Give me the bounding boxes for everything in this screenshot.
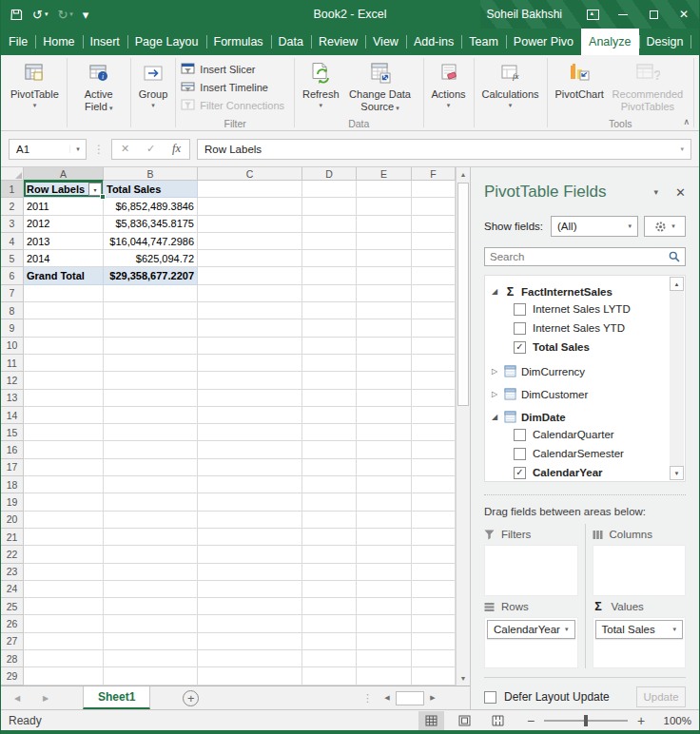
cell-D12[interactable]: [302, 372, 357, 389]
field-list-scrollbar[interactable]: ▲▼: [670, 277, 684, 480]
cell-F9[interactable]: [412, 319, 456, 337]
cell-D20[interactable]: [302, 512, 357, 529]
cell-F7[interactable]: [412, 285, 456, 302]
cell-B10[interactable]: [104, 338, 198, 355]
row-header-29[interactable]: 29: [1, 667, 24, 685]
cell-C3[interactable]: [198, 216, 302, 233]
expand-formula-bar-icon[interactable]: ▾: [680, 145, 684, 153]
search-input[interactable]: Search: [484, 247, 686, 266]
tab-analyze[interactable]: Analyze: [581, 29, 638, 55]
column-header-C[interactable]: C: [198, 167, 302, 181]
cell-A29[interactable]: [24, 667, 104, 685]
collapse-ribbon-button[interactable]: ∧: [683, 117, 690, 126]
cell-D24[interactable]: [302, 581, 357, 598]
cell-B27[interactable]: [104, 633, 198, 650]
undo-button[interactable]: ↺ ▾: [32, 8, 48, 22]
cell-D14[interactable]: [302, 407, 357, 424]
cell-C8[interactable]: [198, 302, 302, 319]
cell-B23[interactable]: [104, 564, 198, 581]
column-header-D[interactable]: D: [302, 167, 357, 181]
pane-close-button[interactable]: ✕: [675, 185, 686, 200]
cell-F29[interactable]: [412, 667, 456, 685]
zoom-out-button[interactable]: −: [520, 713, 541, 728]
prev-sheet-button[interactable]: ◀: [9, 686, 26, 709]
normal-view-button[interactable]: [418, 711, 444, 730]
cell-F19[interactable]: [412, 493, 456, 511]
cell-F11[interactable]: [412, 355, 456, 372]
tab-bar-grip[interactable]: ⋮: [362, 692, 373, 705]
expand-tree-icon[interactable]: ▷: [490, 390, 499, 398]
cell-B16[interactable]: [104, 441, 198, 458]
cell-E27[interactable]: [357, 633, 412, 650]
cell-E24[interactable]: [357, 581, 412, 598]
field-group-dimcurrency[interactable]: ▷DimCurrency: [490, 363, 666, 379]
insert-function-button[interactable]: fx: [164, 142, 189, 156]
cell-F5[interactable]: [412, 250, 456, 267]
cell-F23[interactable]: [412, 564, 456, 581]
new-sheet-button[interactable]: +: [183, 690, 199, 706]
cell-B6[interactable]: $29,358,677.2207: [104, 267, 198, 284]
cell-C21[interactable]: [198, 529, 302, 546]
row-header-22[interactable]: 22: [1, 546, 24, 563]
cell-D19[interactable]: [302, 493, 357, 511]
cell-E15[interactable]: [357, 424, 412, 441]
row-header-21[interactable]: 21: [1, 529, 24, 546]
cell-B18[interactable]: [104, 476, 198, 493]
row-header-11[interactable]: 11: [1, 355, 24, 372]
field-group-factinternetsales[interactable]: ◢ΣFactInternetSales: [490, 283, 666, 299]
tab-add-ins[interactable]: Add-ins: [406, 29, 461, 55]
cell-F10[interactable]: [412, 338, 456, 355]
row-header-6[interactable]: 6: [1, 267, 24, 284]
cell-E2[interactable]: [357, 198, 412, 215]
cell-F3[interactable]: [412, 216, 456, 233]
cell-A2[interactable]: 2011: [24, 198, 104, 215]
cell-D22[interactable]: [302, 546, 357, 563]
cell-C7[interactable]: [198, 285, 302, 302]
cell-E26[interactable]: [357, 615, 412, 632]
row-header-19[interactable]: 19: [1, 493, 24, 511]
cell-F4[interactable]: [412, 233, 456, 250]
cell-E13[interactable]: [357, 390, 412, 407]
checkbox-calendaryear[interactable]: ✓: [514, 467, 526, 479]
cell-C15[interactable]: [198, 424, 302, 441]
cell-A26[interactable]: [24, 615, 104, 632]
cell-D23[interactable]: [302, 564, 357, 581]
cell-D29[interactable]: [302, 667, 357, 685]
tell-me-button[interactable]: Tell me: [690, 29, 700, 55]
confirm-entry-button[interactable]: ✓: [138, 143, 164, 155]
cell-F1[interactable]: [412, 181, 456, 198]
cell-F6[interactable]: [412, 267, 456, 284]
tab-formulas[interactable]: Formulas: [206, 29, 271, 55]
area-box-values[interactable]: Total Sales▾: [593, 617, 687, 668]
cell-F22[interactable]: [412, 546, 456, 563]
horizontal-scroll-thumb[interactable]: [396, 691, 424, 705]
cell-B29[interactable]: [104, 667, 198, 685]
cell-B21[interactable]: [104, 529, 198, 546]
cell-F25[interactable]: [412, 598, 456, 615]
field-item-internet-sales-ytd[interactable]: Internet Sales YTD: [514, 319, 666, 338]
field-item-calendarquarter[interactable]: CalendarQuarter: [514, 425, 666, 444]
cell-E19[interactable]: [357, 493, 412, 511]
cell-F13[interactable]: [412, 390, 456, 407]
cell-B7[interactable]: [104, 285, 198, 302]
actions-button[interactable]: Actions ▾: [429, 57, 469, 112]
cell-F28[interactable]: [412, 650, 456, 667]
cell-C11[interactable]: [198, 355, 302, 372]
cell-C22[interactable]: [198, 546, 302, 563]
row-header-28[interactable]: 28: [1, 650, 24, 667]
row-header-8[interactable]: 8: [1, 302, 24, 319]
cell-A11[interactable]: [24, 355, 104, 372]
cell-E11[interactable]: [357, 355, 412, 372]
cell-E16[interactable]: [357, 441, 412, 458]
cell-C4[interactable]: [198, 233, 302, 250]
cell-D5[interactable]: [302, 250, 357, 267]
formula-bar-grip[interactable]: ⋮: [93, 143, 105, 156]
cell-B1[interactable]: Total Sales: [104, 181, 198, 198]
row-header-20[interactable]: 20: [1, 512, 24, 529]
change-data-source-button[interactable]: Change Data Source▾: [342, 57, 418, 115]
cell-A8[interactable]: [24, 302, 104, 319]
checkbox-total-sales[interactable]: ✓: [514, 341, 526, 354]
cell-E22[interactable]: [357, 546, 412, 563]
cell-C13[interactable]: [198, 390, 302, 407]
field-list-scroll-down-button[interactable]: ▼: [670, 466, 684, 480]
